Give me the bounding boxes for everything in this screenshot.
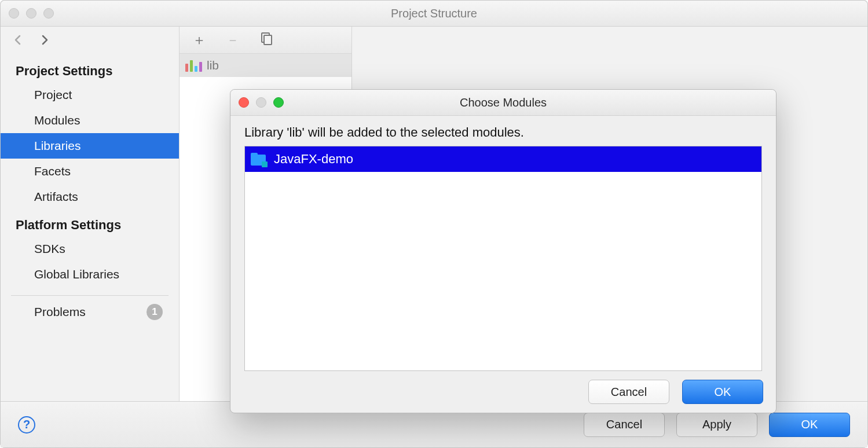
choose-modules-dialog: Choose Modules Library 'lib' will be add… (230, 89, 777, 413)
sidebar-item-libraries[interactable]: Libraries (1, 133, 179, 159)
modal-cancel-button[interactable]: Cancel (588, 380, 669, 404)
library-toolbar: ＋ － (180, 27, 351, 54)
ok-button[interactable]: OK (769, 413, 850, 437)
project-structure-window: Project Structure Project Settings Proje… (0, 0, 868, 448)
module-row[interactable]: JavaFX-demo (245, 146, 761, 172)
window-titlebar[interactable]: Project Structure (1, 1, 867, 27)
module-list[interactable]: JavaFX-demo (244, 146, 762, 371)
sidebar-item-modules[interactable]: Modules (1, 108, 179, 133)
sidebar-item-global-libraries[interactable]: Global Libraries (1, 262, 179, 287)
problems-count-badge: 1 (147, 304, 163, 320)
remove-library-button[interactable]: － (226, 33, 240, 47)
sidebar-group-project-settings: Project Settings (1, 56, 179, 82)
sidebar-group-platform-settings: Platform Settings (1, 210, 179, 236)
sidebar-item-facets[interactable]: Facets (1, 159, 179, 184)
back-button[interactable] (11, 33, 25, 49)
window-body: Project Settings Project Modules Librari… (1, 27, 867, 401)
modal-close-icon[interactable] (239, 97, 249, 108)
module-name: JavaFX-demo (274, 152, 353, 167)
library-name: lib (207, 58, 219, 72)
sidebar-nav (1, 27, 179, 56)
modal-traffic-lights (239, 97, 284, 108)
forward-button[interactable] (38, 33, 52, 49)
sidebar-item-sdks[interactable]: SDKs (1, 236, 179, 262)
apply-button[interactable]: Apply (676, 413, 757, 437)
add-library-button[interactable]: ＋ (192, 33, 206, 47)
sidebar: Project Settings Project Modules Librari… (1, 27, 180, 401)
sidebar-item-artifacts[interactable]: Artifacts (1, 184, 179, 210)
module-icon (251, 153, 266, 166)
svg-rect-1 (264, 35, 272, 45)
library-icon (185, 59, 202, 72)
modal-minimize-icon (256, 97, 266, 108)
traffic-lights (9, 8, 54, 19)
modal-title: Choose Modules (230, 96, 776, 109)
sidebar-item-problems[interactable]: Problems 1 (1, 296, 179, 328)
modal-footer: Cancel OK (230, 371, 776, 413)
modal-message: Library 'lib' will be added to the selec… (244, 125, 762, 140)
help-button[interactable]: ? (18, 416, 35, 434)
modal-ok-button[interactable]: OK (682, 380, 763, 404)
copy-library-button[interactable] (259, 32, 273, 48)
minimize-icon[interactable] (26, 8, 36, 19)
library-row[interactable]: lib (180, 54, 351, 77)
modal-zoom-icon[interactable] (273, 97, 284, 108)
cancel-button[interactable]: Cancel (584, 413, 665, 437)
close-icon[interactable] (9, 8, 19, 19)
sidebar-item-project[interactable]: Project (1, 82, 179, 108)
modal-titlebar[interactable]: Choose Modules (230, 90, 776, 116)
zoom-icon[interactable] (43, 8, 54, 19)
window-title: Project Structure (1, 7, 867, 20)
sidebar-problems-label: Problems (34, 305, 86, 319)
modal-body: Library 'lib' will be added to the selec… (230, 116, 776, 371)
